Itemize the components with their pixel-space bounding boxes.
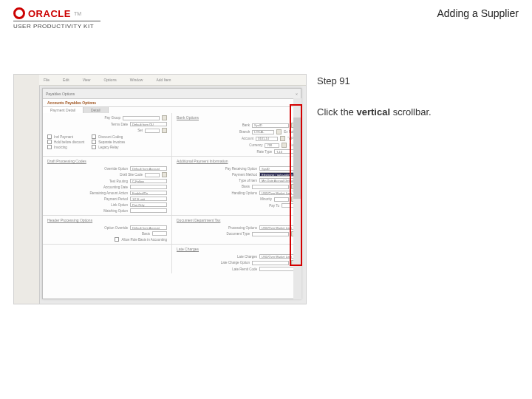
- set-field[interactable]: [145, 129, 160, 133]
- screenshot-panel: File Edit View Options Window Add Item P…: [13, 74, 307, 304]
- menu-item[interactable]: View: [83, 78, 91, 82]
- tab-strip: Payment Detail Detail: [43, 107, 301, 113]
- app-menubar[interactable]: File Edit View Options Window Add Item: [39, 75, 306, 86]
- dialog-heading: Accounts Payables Options: [43, 99, 301, 107]
- dialog-title: Payables Options: [46, 92, 75, 96]
- basis-field[interactable]: [252, 185, 289, 189]
- brand-word: ORACLE: [28, 8, 71, 19]
- instruction-text: Click the vertical scrollbar.: [317, 106, 519, 119]
- pay-receiving-field[interactable]: SysID: [259, 166, 296, 171]
- menu-item[interactable]: Add Item: [156, 78, 171, 82]
- basis-field-2[interactable]: [152, 231, 167, 236]
- oracle-logo-icon: [13, 7, 25, 19]
- branch-field[interactable]: LOCAL: [252, 130, 274, 134]
- lov-icon[interactable]: [162, 172, 167, 177]
- link-option-field[interactable]: Pair Only: [130, 202, 167, 207]
- checkbox[interactable]: [115, 237, 119, 242]
- menu-item[interactable]: File: [44, 78, 50, 82]
- matching-option-field[interactable]: [130, 208, 167, 213]
- document-type-field[interactable]: [252, 232, 289, 236]
- page-title: Adding a Supplier: [437, 7, 519, 19]
- currency-field[interactable]: 700: [265, 143, 279, 148]
- lov-icon[interactable]: [280, 136, 285, 141]
- checkbox[interactable]: [92, 140, 96, 144]
- checkbox[interactable]: [47, 145, 52, 149]
- vertical-scrollbar[interactable]: [293, 88, 301, 299]
- menu-item[interactable]: Edit: [63, 78, 69, 82]
- remaining-amount-field[interactable]: Enabled/On: [130, 191, 167, 195]
- scrollbar-thumb[interactable]: [293, 117, 301, 199]
- handling-options-field[interactable]: USD/Over Market Limit: [259, 191, 296, 195]
- test-routing-field[interactable]: C-Follow: [130, 179, 167, 183]
- lov-icon[interactable]: [162, 115, 167, 120]
- draft-site-code-field[interactable]: [145, 173, 160, 177]
- step-label: Step 91: [317, 75, 519, 86]
- override-option-field[interactable]: Default from Account: [130, 166, 167, 171]
- checkbox[interactable]: [47, 134, 52, 139]
- late-remit-code-field[interactable]: [259, 267, 296, 271]
- instruction-pane: Step 91 Click the vertical scrollbar.: [317, 74, 519, 304]
- checkbox[interactable]: [47, 140, 52, 144]
- checkbox[interactable]: [92, 145, 96, 149]
- pay-group-field[interactable]: [123, 116, 160, 120]
- minority-field[interactable]: [274, 197, 289, 202]
- accounting-date-field[interactable]: [130, 185, 167, 189]
- payment-period-field[interactable]: 1/2 E unit: [130, 197, 167, 201]
- bank-field[interactable]: SysID: [252, 123, 289, 128]
- doc-processing-field[interactable]: USD/Over Market Limit: [259, 225, 296, 230]
- app-sidebar: [14, 75, 40, 304]
- lov-icon[interactable]: [282, 143, 287, 148]
- menu-item[interactable]: Options: [103, 78, 116, 82]
- late-charge-option-field[interactable]: [252, 261, 289, 265]
- checkbox[interactable]: [92, 134, 96, 139]
- late-charges-field[interactable]: USD/Over Market Limit: [259, 254, 296, 259]
- type-of-item-field[interactable]: Min Date Accrual Default: [259, 178, 296, 183]
- lov-icon[interactable]: [276, 129, 282, 134]
- payment-method-field[interactable]: Electronic / auto-submit: [259, 172, 296, 177]
- brand-subtitle: USER PRODUCTIVITY KIT: [13, 21, 100, 30]
- trademark: TM: [74, 11, 81, 16]
- tab-detail[interactable]: Detail: [83, 107, 109, 113]
- tab-payment-detail[interactable]: Payment Detail: [43, 107, 83, 113]
- header-override-field[interactable]: Default from Account: [130, 225, 167, 230]
- brand-block: ORACLE TM USER PRODUCTIVITY KIT: [13, 7, 100, 30]
- menu-item[interactable]: Window: [130, 78, 143, 82]
- dialog-window: Payables Options × Accounts Payables Opt…: [42, 88, 301, 299]
- terms-date-field[interactable]: Default from OU: [130, 122, 167, 126]
- lov-icon[interactable]: [162, 128, 167, 133]
- account-field[interactable]: 0101-14: [256, 137, 278, 141]
